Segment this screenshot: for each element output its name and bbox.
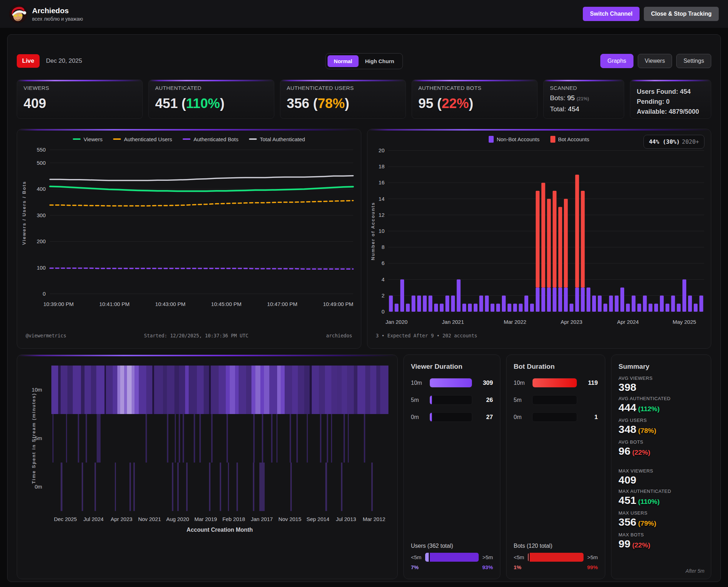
bot-duration-panel: Bot Duration 10m1195m0m1 Bots (120 total… bbox=[506, 354, 605, 579]
bots-total-label: Bots (120 total) bbox=[514, 543, 598, 549]
scanned-total-line: Total: 454 bbox=[550, 105, 618, 113]
bottom-row: 10m5m0mDec 2025Jul 2024Apr 2023Nov 2021A… bbox=[17, 354, 711, 579]
users-split-bar bbox=[425, 553, 479, 562]
summary-value: 356(79%) bbox=[618, 516, 704, 529]
time-spent-heatmap: 10m5m0mDec 2025Jul 2024Apr 2023Nov 2021A… bbox=[17, 355, 397, 579]
svg-text:Apr 2023: Apr 2023 bbox=[560, 319, 582, 325]
svg-text:20: 20 bbox=[378, 147, 385, 153]
bot-duration-title: Bot Duration bbox=[514, 363, 598, 371]
accounts-bar-chart: 02468101214161820Jan 2020Jan 2021Mar 202… bbox=[367, 145, 711, 327]
summary-value: 451(110%) bbox=[618, 494, 704, 507]
split-left-pct: 7% bbox=[411, 564, 419, 570]
stat-card-pool: Users Found: 454 Pending: 0 Available: 4… bbox=[630, 80, 711, 119]
legend-item: Bot Accounts bbox=[550, 136, 590, 143]
summary-label: AVG VIEWERS bbox=[618, 376, 704, 381]
svg-text:18: 18 bbox=[378, 163, 385, 169]
svg-text:16: 16 bbox=[378, 179, 385, 185]
duration-row: 10m309 bbox=[411, 378, 493, 388]
stat-value: 95 bbox=[418, 96, 433, 111]
tab-settings[interactable]: Settings bbox=[676, 54, 711, 68]
svg-text:10:45:00 PM: 10:45:00 PM bbox=[211, 301, 241, 307]
stat-value: 356 bbox=[287, 96, 309, 111]
summary-value: 398 bbox=[618, 381, 704, 393]
scanned-bots-line: Bots: 95 (21%) bbox=[550, 94, 618, 102]
duration-row: 10m119 bbox=[514, 378, 598, 388]
page-title: Archiedos bbox=[32, 6, 583, 15]
mode-normal-button[interactable]: Normal bbox=[327, 55, 359, 67]
svg-text:550: 550 bbox=[37, 147, 46, 153]
legend-item: Total Authenticated bbox=[249, 136, 305, 142]
footer-expected: 3 • Expected After 9 • 202 accounts bbox=[376, 333, 477, 338]
footer-started: Started: 12/20/2025, 10:37:36 PM UTC bbox=[144, 333, 249, 338]
summary-label: AVG USERS bbox=[618, 418, 704, 423]
svg-text:Viewers / Users / Bots: Viewers / Users / Bots bbox=[21, 181, 27, 245]
svg-text:10:41:00 PM: 10:41:00 PM bbox=[99, 301, 129, 307]
summary-value: 99(22%) bbox=[618, 538, 704, 551]
split-right-pct: 99% bbox=[587, 564, 598, 570]
controls-row: Live Dec 20, 2025 Normal High Churn Grap… bbox=[17, 53, 711, 69]
stat-value: 409 bbox=[24, 96, 46, 111]
duration-row: 5m26 bbox=[411, 395, 493, 405]
main-panel: Live Dec 20, 2025 Normal High Churn Grap… bbox=[7, 34, 721, 582]
stat-card-authenticated-users: AUTHENTICATED USERS 356 (78%) bbox=[280, 80, 406, 119]
viewers-line-chart: 010020030040050055010:39:00 PM10:41:00 P… bbox=[17, 145, 361, 327]
pool-pending: Pending: 0 bbox=[637, 98, 704, 106]
split-right-label: >5m bbox=[587, 554, 598, 560]
mode-toggle: Normal High Churn bbox=[325, 53, 403, 69]
pool-users-found: Users Found: 454 bbox=[637, 88, 704, 96]
live-badge: Live bbox=[17, 54, 40, 68]
svg-text:6: 6 bbox=[381, 260, 384, 266]
stat-value: 451 bbox=[155, 96, 178, 111]
tab-graphs[interactable]: Graphs bbox=[600, 54, 633, 68]
svg-text:Mar 2022: Mar 2022 bbox=[504, 319, 526, 325]
legend-item: Authenticated Bots bbox=[183, 136, 238, 142]
stat-card-viewers: VIEWERS 409 bbox=[17, 80, 143, 119]
date-label: Dec 20, 2025 bbox=[46, 57, 82, 65]
view-tabs: Graphs Viewers Settings bbox=[600, 54, 711, 68]
svg-text:8: 8 bbox=[381, 244, 384, 250]
svg-text:May 2025: May 2025 bbox=[672, 319, 696, 325]
legend-item: Non-Bot Accounts bbox=[489, 136, 539, 143]
summary-title: Summary bbox=[618, 363, 704, 371]
svg-text:300: 300 bbox=[37, 212, 46, 218]
stat-card-authenticated-bots: AUTHENTICATED BOTS 95 (22%) bbox=[412, 80, 538, 119]
duration-row: 5m bbox=[514, 395, 598, 405]
summary-label: MAX VIEWERS bbox=[618, 468, 704, 474]
stat-card-scanned: SCANNED Bots: 95 (21%) Total: 454 bbox=[543, 80, 625, 119]
svg-text:2: 2 bbox=[381, 292, 384, 298]
stat-label: AUTHENTICATED BOTS bbox=[418, 85, 531, 91]
avatar bbox=[9, 5, 27, 23]
viewer-duration-panel: Viewer Duration 10m3095m260m27 Users (36… bbox=[403, 354, 500, 579]
svg-text:100: 100 bbox=[37, 265, 46, 271]
users-total-block: Users (362 total) <5m >5m 7% 93% bbox=[411, 543, 493, 570]
viewer-duration-title: Viewer Duration bbox=[411, 363, 493, 371]
stat-label: SCANNED bbox=[550, 85, 618, 91]
svg-text:14: 14 bbox=[378, 196, 385, 202]
footer-watermark: @viewermetrics bbox=[26, 333, 66, 338]
svg-text:400: 400 bbox=[37, 186, 46, 192]
stat-label: AUTHENTICATED bbox=[155, 85, 268, 91]
summary-label: MAX BOTS bbox=[618, 532, 704, 537]
svg-text:4: 4 bbox=[381, 276, 384, 282]
mode-high-churn-button[interactable]: High Churn bbox=[359, 55, 401, 67]
switch-channel-button[interactable]: Switch Channel bbox=[583, 7, 640, 21]
summary-label: AVG AUTHENTICATED bbox=[618, 396, 704, 401]
tab-viewers[interactable]: Viewers bbox=[638, 54, 672, 68]
summary-value: 409 bbox=[618, 474, 704, 486]
stat-percent: 78% bbox=[317, 96, 345, 111]
svg-text:Apr 2024: Apr 2024 bbox=[617, 319, 638, 325]
split-left-label: <5m bbox=[514, 554, 524, 560]
svg-text:500: 500 bbox=[37, 160, 46, 166]
line-chart-footer: @viewermetrics Started: 12/20/2025, 10:3… bbox=[26, 333, 352, 338]
svg-text:Jan 2020: Jan 2020 bbox=[385, 319, 407, 325]
pool-available: Available: 4879/5000 bbox=[637, 108, 704, 116]
line-chart-legend: ViewersAuthenticated UsersAuthenticated … bbox=[17, 136, 361, 143]
time-spent-heatmap-panel: 10m5m0mDec 2025Jul 2024Apr 2023Nov 2021A… bbox=[17, 354, 398, 579]
svg-text:Jan 2021: Jan 2021 bbox=[442, 319, 464, 325]
footer-channel: archiedos bbox=[326, 333, 352, 338]
split-right-label: >5m bbox=[482, 554, 493, 560]
close-stop-tracking-button[interactable]: Close & Stop Tracking bbox=[644, 7, 719, 21]
svg-text:10:47:00 PM: 10:47:00 PM bbox=[267, 301, 297, 307]
viewers-line-chart-panel: ViewersAuthenticated UsersAuthenticated … bbox=[17, 129, 361, 349]
summary-panel: Summary AVG VIEWERS398AVG AUTHENTICATED4… bbox=[611, 354, 711, 579]
